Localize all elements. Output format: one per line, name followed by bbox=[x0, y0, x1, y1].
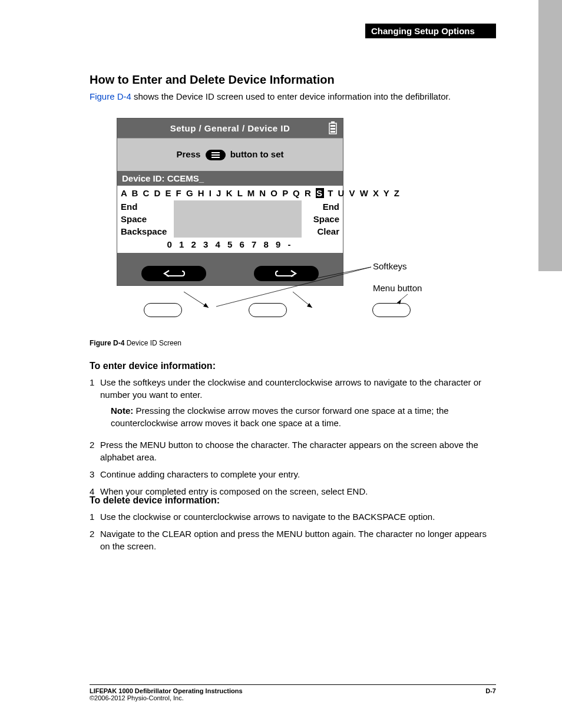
device-breadcrumb: Setup / General / Device ID bbox=[170, 123, 290, 133]
cw-arrow-icon bbox=[275, 269, 298, 278]
opt-backspace: Backspace bbox=[117, 225, 174, 238]
enter-note: Note: Pressing the clockwise arrow moves… bbox=[111, 404, 496, 429]
option-row-1: End End bbox=[117, 200, 343, 213]
enter-step-3: 3Continue adding characters to complete … bbox=[90, 468, 496, 480]
alpha-left: A B C D E F G H I J K L M N O P Q R bbox=[121, 188, 312, 198]
svg-rect-3 bbox=[330, 128, 335, 130]
alphabet-row: A B C D E F G H I J K L M N O P Q R S T … bbox=[117, 186, 343, 200]
footer-title: LIFEPAK 1000 Defibrillator Operating Ins… bbox=[90, 687, 243, 694]
figure-number: Figure D-4 bbox=[90, 339, 124, 347]
opt-end-l: End bbox=[117, 200, 174, 213]
menu-icon bbox=[206, 150, 226, 160]
ccw-arrow-icon bbox=[162, 269, 186, 278]
enter-step-1-text: Use the softkeys under the clockwise and… bbox=[100, 377, 481, 400]
footer-copyright: ©2006-2012 Physio-Control, Inc. bbox=[90, 694, 184, 701]
device-instruction: Press button to set bbox=[117, 138, 343, 171]
intro-text: shows the Device ID screen used to enter… bbox=[131, 91, 451, 101]
alpha-right: T U V W X Y Z bbox=[328, 188, 401, 198]
option-row-3: Backspace Clear bbox=[117, 225, 343, 238]
enter-heading: To enter device information: bbox=[90, 360, 496, 373]
svg-rect-1 bbox=[331, 121, 335, 123]
physical-softkey-left bbox=[144, 303, 182, 317]
digit-row: 0 1 2 3 4 5 6 7 8 9 - bbox=[117, 238, 343, 253]
figure-crossref[interactable]: Figure D-4 bbox=[90, 91, 131, 101]
press-text-left: Press bbox=[176, 149, 203, 159]
page-footer: LIFEPAK 1000 Defibrillator Operating Ins… bbox=[90, 684, 496, 701]
enter-instructions: To enter device information: 1 Use the s… bbox=[90, 360, 496, 502]
delete-step-2: 2Navigate to the CLEAR option and press … bbox=[90, 528, 496, 552]
physical-softkey-right bbox=[249, 303, 287, 317]
svg-line-9 bbox=[184, 292, 209, 308]
label-softkeys: Softkeys bbox=[373, 261, 407, 271]
delete-step-1: 1Use the clockwise or counterclockwise a… bbox=[90, 510, 496, 523]
svg-marker-10 bbox=[203, 303, 209, 308]
softkey-cw bbox=[254, 266, 319, 281]
delete-heading: To delete device information: bbox=[90, 494, 496, 507]
device-screen: Setup / General / Device ID Press button… bbox=[117, 118, 343, 286]
delete-instructions: To delete device information: 1Use the c… bbox=[90, 494, 496, 557]
option-row-2: Space Space bbox=[117, 213, 343, 225]
section-banner: Changing Setup Options bbox=[365, 24, 496, 38]
softkey-ccw bbox=[141, 266, 206, 281]
figure-caption: Figure D-4 Device ID Screen bbox=[90, 339, 181, 347]
svg-marker-12 bbox=[307, 303, 312, 308]
svg-line-11 bbox=[293, 292, 312, 308]
svg-line-7 bbox=[397, 294, 408, 303]
label-menu-button: Menu button bbox=[373, 283, 422, 293]
note-label: Note: bbox=[111, 406, 133, 416]
opt-space-l: Space bbox=[117, 213, 174, 225]
svg-rect-4 bbox=[330, 131, 335, 133]
enter-step-2: 2Press the MENU button to choose the cha… bbox=[90, 439, 496, 463]
physical-menu-button bbox=[372, 303, 411, 317]
opt-end-r: End bbox=[302, 200, 343, 213]
svg-rect-2 bbox=[330, 125, 335, 127]
side-tab bbox=[538, 0, 562, 271]
battery-icon bbox=[329, 121, 337, 134]
enter-step-1: 1 Use the softkeys under the clockwise a… bbox=[90, 376, 496, 434]
device-footer bbox=[117, 253, 343, 285]
opt-clear: Clear bbox=[302, 225, 343, 238]
device-title-bar: Setup / General / Device ID bbox=[117, 118, 343, 138]
intro-paragraph: Figure D-4 shows the Device ID screen us… bbox=[90, 91, 451, 101]
page-heading: How to Enter and Delete Device Informati… bbox=[90, 73, 335, 87]
device-id-field: Device ID: CCEMS_ bbox=[117, 171, 343, 186]
alpha-selected: S bbox=[316, 188, 324, 198]
press-text-right: button to set bbox=[230, 149, 284, 159]
figure-title: Device ID Screen bbox=[124, 339, 181, 347]
opt-space-r: Space bbox=[302, 213, 343, 225]
note-text: Pressing the clockwise arrow moves the c… bbox=[111, 406, 449, 428]
page-number: D-7 bbox=[485, 687, 496, 701]
